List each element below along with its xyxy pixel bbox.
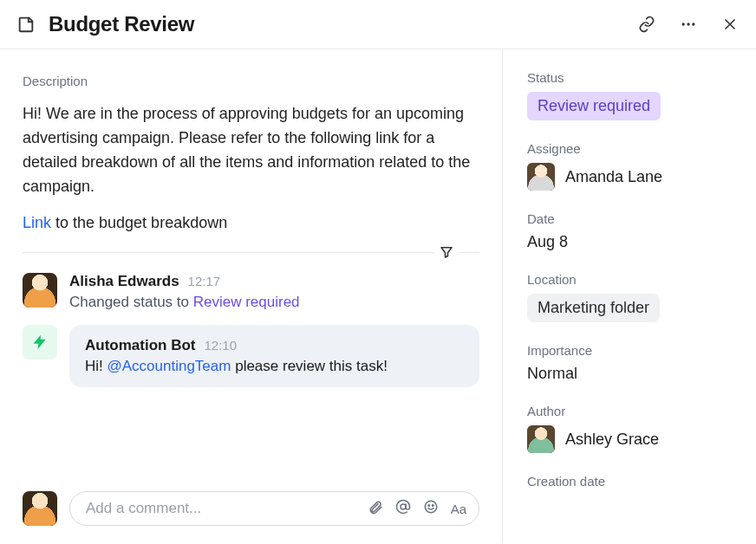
svg-point-1 [687,23,689,25]
status-chip[interactable]: Review required [527,92,661,120]
bot-message: Hi! @AccountingTeam please review this t… [85,358,464,375]
description-text: Hi! We are in the process of approving b… [23,102,479,199]
creation-label: Creation date [527,474,732,489]
current-user-avatar [23,491,57,526]
activity-desc: Changed status to Review required [69,294,479,311]
svg-point-0 [682,23,685,25]
mention[interactable]: @AccountingTeam [108,358,231,374]
breakdown-link[interactable]: Link [23,214,51,231]
avatar [527,163,555,191]
link-rest: to the budget breakdown [51,214,227,231]
svg-point-6 [432,505,433,507]
assignee-row[interactable]: Amanda Lane [527,163,732,191]
importance-label: Importance [527,343,732,358]
activity-divider [23,240,479,264]
more-icon[interactable] [676,12,701,36]
date-value[interactable]: Aug 8 [527,233,732,251]
author-name: Ashley Grace [565,431,659,449]
details-sidebar: Status Review required Assignee Amanda L… [503,49,756,543]
body: Description Hi! We are in the process of… [0,49,756,543]
activity-body: Alisha Edwards 12:17 Changed status to R… [69,273,479,311]
svg-point-3 [401,504,406,509]
attach-icon[interactable] [368,499,383,518]
bot-card: Automation Bot 12:10 Hi! @AccountingTeam… [69,325,479,387]
description-label: Description [23,74,479,88]
status-label: Status [527,70,732,85]
comment-composer[interactable]: Aa [69,491,479,526]
bot-avatar [23,325,57,359]
comment-input[interactable] [86,500,368,517]
location-label: Location [527,272,732,287]
actor-name: Automation Bot [85,337,195,354]
activity-time: 12:10 [204,338,237,353]
divider-line-right [459,252,479,253]
page-title: Budget Review [49,12,194,36]
main-panel: Description Hi! We are in the process of… [0,49,503,543]
mention-icon[interactable] [395,499,411,518]
note-icon [14,12,38,36]
author-label: Author [527,404,732,418]
date-label: Date [527,211,732,226]
activity-head: Alisha Edwards 12:17 [69,273,479,290]
description-link-line: Link to the budget breakdown [23,211,479,236]
assignee-label: Assignee [527,141,732,156]
svg-point-5 [428,505,430,507]
activity-time: 12:17 [188,274,221,288]
filter-icon[interactable] [434,240,459,264]
author-row: Ashley Grace [527,425,732,453]
location-chip[interactable]: Marketing folder [527,294,660,322]
svg-point-4 [425,501,437,513]
avatar [23,273,57,308]
importance-block: Importance Normal [527,343,732,383]
importance-value[interactable]: Normal [527,365,732,383]
svg-point-2 [692,23,694,25]
creation-block: Creation date [527,474,732,489]
activity-item: Automation Bot 12:10 Hi! @AccountingTeam… [23,325,479,387]
desc-prefix: Changed status to [69,294,193,310]
close-icon[interactable] [718,12,742,36]
msg-suffix: please review this task! [231,358,387,374]
msg-prefix: Hi! [85,358,108,374]
activity-head: Automation Bot 12:10 [85,337,464,354]
activity-feed: Alisha Edwards 12:17 Changed status to R… [23,273,479,472]
header-left: Budget Review [14,12,194,36]
link-icon[interactable] [635,12,659,36]
author-block: Author Ashley Grace [527,404,732,453]
avatar [527,425,555,453]
format-icon[interactable]: Aa [451,502,466,516]
emoji-icon[interactable] [423,499,439,518]
divider-line [23,252,434,253]
date-block: Date Aug 8 [527,211,732,251]
composer-row: Aa [23,472,479,526]
assignee-block: Assignee Amanda Lane [527,141,732,191]
status-block: Status Review required [527,70,732,120]
header: Budget Review [0,0,756,49]
assignee-name: Amanda Lane [565,168,662,186]
desc-status: Review required [193,294,300,310]
composer-icons: Aa [368,499,466,518]
location-block: Location Marketing folder [527,272,732,322]
header-actions [635,12,742,36]
actor-name: Alisha Edwards [69,273,179,290]
activity-item: Alisha Edwards 12:17 Changed status to R… [23,273,479,311]
